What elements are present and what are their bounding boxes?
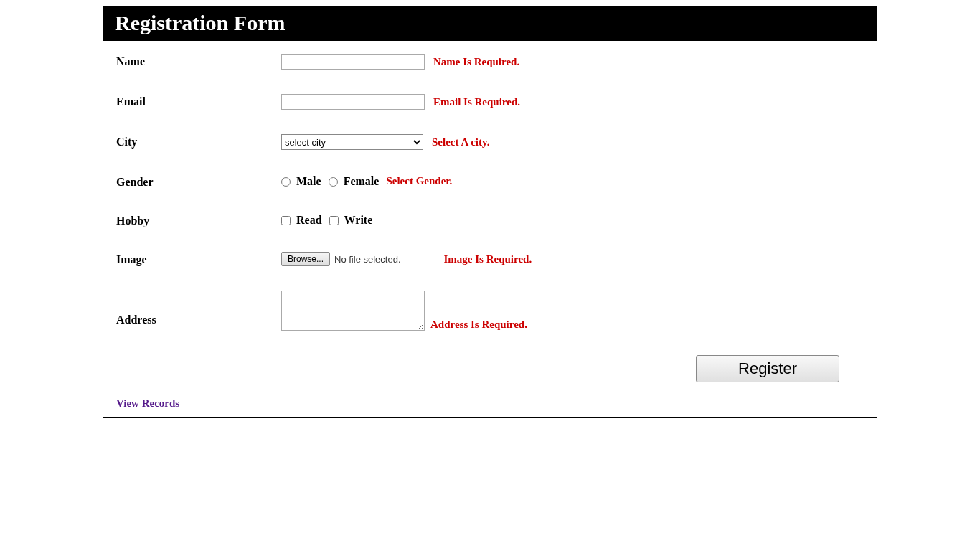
radio-female-label: Female bbox=[344, 175, 380, 187]
label-image: Image bbox=[116, 252, 281, 266]
register-button[interactable]: Register bbox=[696, 355, 839, 382]
label-address: Address bbox=[116, 291, 281, 326]
radio-female[interactable] bbox=[329, 177, 338, 187]
label-hobby: Hobby bbox=[116, 213, 281, 227]
row-email: Email Email Is Required. bbox=[116, 94, 864, 110]
row-link: View Records bbox=[116, 397, 864, 410]
label-email: Email bbox=[116, 94, 281, 108]
view-records-link[interactable]: View Records bbox=[116, 397, 179, 409]
error-gender: Select Gender. bbox=[386, 175, 452, 187]
form-body: Name Name Is Required. Email Email Is Re… bbox=[103, 41, 877, 417]
error-name: Name Is Required. bbox=[433, 56, 519, 67]
error-city: Select A city. bbox=[432, 136, 489, 148]
page-title: Registration Form bbox=[115, 11, 865, 35]
row-address: Address Address Is Required. bbox=[116, 291, 864, 331]
label-name: Name bbox=[116, 54, 281, 68]
header: Registration Form bbox=[103, 6, 877, 41]
checkbox-read-label: Read bbox=[296, 214, 322, 226]
row-gender: Gender Male Female Select Gender. bbox=[116, 174, 864, 189]
address-textarea[interactable] bbox=[281, 291, 425, 331]
row-name: Name Name Is Required. bbox=[116, 54, 864, 70]
row-register: Register bbox=[116, 355, 864, 382]
error-image: Image Is Required. bbox=[444, 253, 532, 265]
label-city: City bbox=[116, 134, 281, 149]
checkbox-write[interactable] bbox=[329, 216, 339, 225]
city-select[interactable]: select city bbox=[281, 134, 423, 150]
checkbox-write-label: Write bbox=[344, 214, 373, 226]
row-hobby: Hobby Read Write bbox=[116, 213, 864, 227]
checkbox-read[interactable] bbox=[281, 216, 291, 225]
row-city: City select city Select A city. bbox=[116, 134, 864, 150]
radio-male-label: Male bbox=[296, 175, 321, 187]
error-address: Address Is Required. bbox=[430, 319, 527, 331]
form-container: Registration Form Name Name Is Required.… bbox=[103, 6, 877, 418]
file-status-text: No file selected. bbox=[334, 254, 401, 265]
email-input[interactable] bbox=[281, 94, 425, 110]
error-email: Email Is Required. bbox=[433, 96, 520, 108]
browse-button[interactable]: Browse... bbox=[281, 252, 330, 266]
label-gender: Gender bbox=[116, 174, 281, 189]
row-image: Image Browse... No file selected. Image … bbox=[116, 252, 864, 266]
radio-male[interactable] bbox=[281, 177, 291, 187]
name-input[interactable] bbox=[281, 54, 425, 70]
